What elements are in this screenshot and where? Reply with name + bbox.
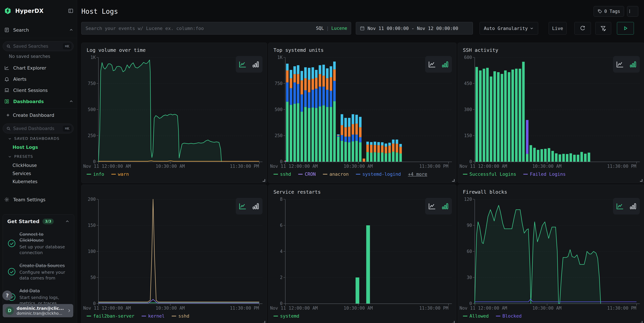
legend-more-link[interactable]: +4 more bbox=[408, 171, 427, 177]
card-resize-handle[interactable] bbox=[640, 179, 642, 182]
date-range-picker[interactable]: Nov 11 00:00:00 - Nov 12 00:00:00 bbox=[356, 22, 473, 35]
legend-item[interactable]: warn bbox=[111, 171, 129, 177]
chart-card-firewall-blocks: Firewall blocks1209060300Nov 11 12:00:00… bbox=[458, 185, 644, 323]
x-axis-tick bbox=[358, 162, 358, 164]
y-axis-tick bbox=[284, 57, 285, 58]
x-axis-tick bbox=[547, 303, 547, 305]
sidebar-item-host-logs[interactable]: Host Logs bbox=[12, 145, 38, 150]
bar-chart-mode-icon[interactable] bbox=[441, 60, 450, 69]
sidebar-item-services[interactable]: Services bbox=[12, 171, 31, 176]
bar-chart-mode-icon[interactable] bbox=[628, 202, 638, 211]
legend-item[interactable]: sshd bbox=[172, 313, 189, 318]
x-axis-tick bbox=[547, 162, 547, 164]
filter-button[interactable] bbox=[595, 22, 611, 35]
legend-item[interactable]: Successful Logins bbox=[463, 171, 516, 177]
legend-marker bbox=[142, 316, 146, 316]
line-chart-mode-icon[interactable] bbox=[616, 60, 624, 69]
bell-icon bbox=[4, 76, 10, 82]
x-axis-tick bbox=[636, 303, 637, 305]
x-axis-tick bbox=[475, 162, 475, 164]
event-search-input[interactable]: Search your events w/ Lucene ex. column:… bbox=[81, 22, 351, 35]
line-chart-mode-icon[interactable] bbox=[428, 202, 436, 211]
legend-item[interactable]: kernel bbox=[142, 313, 165, 318]
y-axis-tick bbox=[284, 109, 285, 110]
sidebar-item-client-sessions[interactable]: Client Sessions bbox=[4, 85, 74, 95]
sidebar-item-search[interactable]: Search bbox=[4, 25, 74, 35]
sidebar-item-clickhouse[interactable]: ClickHouse bbox=[12, 163, 37, 168]
x-axis-tick-label: Nov 11 12:00:00 AM bbox=[270, 305, 318, 311]
dots-vertical-icon bbox=[627, 9, 632, 14]
y-axis-tick bbox=[284, 135, 285, 136]
legend-item[interactable]: systemd-logind bbox=[356, 171, 401, 177]
y-axis-tick-label: 8 bbox=[268, 197, 282, 202]
divider bbox=[0, 108, 77, 109]
tags-button[interactable]: 0 Tags bbox=[594, 6, 624, 17]
line-chart-mode-icon[interactable] bbox=[616, 202, 624, 211]
card-resize-handle[interactable] bbox=[452, 179, 454, 182]
run-query-button[interactable] bbox=[617, 22, 634, 35]
line-chart-mode-icon[interactable] bbox=[238, 60, 247, 69]
section-presets[interactable]: PRESETS bbox=[8, 154, 33, 159]
chevron-up-icon[interactable] bbox=[65, 219, 70, 224]
tag-icon bbox=[598, 9, 602, 14]
sidebar-item-team-settings[interactable]: Team Settings bbox=[4, 195, 74, 204]
sidebar-item-alerts[interactable]: Alerts bbox=[4, 74, 74, 84]
help-button[interactable]: ? bbox=[2, 290, 12, 300]
line-chart-mode-icon[interactable] bbox=[428, 60, 436, 69]
chart-title: Top systemd units bbox=[274, 47, 324, 53]
bar-chart-mode-icon[interactable] bbox=[251, 202, 260, 211]
sidebar-item-dashboards[interactable]: Dashboards bbox=[4, 97, 74, 106]
legend-item[interactable]: Failed Logins bbox=[523, 171, 566, 177]
x-axis-line bbox=[98, 303, 262, 304]
card-resize-handle[interactable] bbox=[263, 321, 265, 323]
x-axis-tick-label: 10:30:00 AM bbox=[344, 305, 373, 311]
x-axis-tick-label: 10:30:00 AM bbox=[532, 305, 562, 311]
x-axis-tick-label: 11:30:00 PM bbox=[607, 305, 636, 311]
bar-chart-mode-icon[interactable] bbox=[628, 60, 638, 69]
y-axis-tick bbox=[473, 225, 474, 225]
saved-dashboards-input[interactable]: Saved Dashboards ⌘K bbox=[3, 124, 74, 133]
more-options-button[interactable] bbox=[627, 6, 638, 17]
sidebar-collapse-icon[interactable] bbox=[68, 8, 74, 14]
user-menu[interactable]: D dominic.tran@clic... dominic.tran@clic… bbox=[3, 304, 73, 317]
bar-chart-mode-icon[interactable] bbox=[251, 60, 260, 69]
refresh-button[interactable] bbox=[574, 22, 591, 35]
legend-item[interactable]: Blocked bbox=[496, 313, 522, 318]
chevron-up-icon[interactable] bbox=[69, 28, 74, 32]
legend-item[interactable]: fail2ban-server bbox=[86, 313, 134, 318]
get-started-item[interactable]: Add Data Start sending logs, metrics, or… bbox=[7, 288, 70, 306]
legend-marker bbox=[172, 316, 176, 316]
legend-item[interactable]: anacron bbox=[323, 171, 349, 177]
sql-toggle[interactable]: SQL bbox=[316, 26, 324, 31]
legend-item[interactable]: sshd bbox=[274, 171, 291, 177]
y-axis-tick bbox=[284, 225, 285, 225]
get-started-item[interactable]: Connect to ClickHouse Set up your databa… bbox=[7, 231, 70, 256]
y-axis-tick bbox=[473, 199, 474, 199]
get-started-item[interactable]: Create Data Sources Configure where your… bbox=[7, 263, 70, 281]
y-axis-tick bbox=[284, 83, 285, 84]
card-resize-handle[interactable] bbox=[263, 179, 265, 182]
saved-searches-input[interactable]: Saved Searches ⌘K bbox=[3, 41, 74, 51]
y-axis-tick bbox=[96, 109, 98, 110]
x-axis-tick-label: 10:30:00 AM bbox=[156, 164, 185, 169]
legend-item[interactable]: Allowed bbox=[463, 313, 489, 318]
chevron-down-icon bbox=[8, 155, 12, 159]
line-chart-mode-icon[interactable] bbox=[238, 202, 247, 211]
bar-chart-mode-icon[interactable] bbox=[441, 202, 450, 211]
sidebar-item-chart-explorer[interactable]: Chart Explorer bbox=[4, 63, 74, 73]
y-axis-tick bbox=[284, 199, 285, 199]
card-resize-handle[interactable] bbox=[452, 321, 454, 323]
section-saved-dashboards[interactable]: SAVED DASHBOARDS bbox=[8, 136, 60, 141]
card-resize-handle[interactable] bbox=[640, 321, 642, 323]
granularity-select[interactable]: Auto Granularity bbox=[480, 22, 538, 35]
chevron-up-icon[interactable] bbox=[69, 99, 74, 104]
chart-explorer-icon bbox=[4, 65, 10, 71]
sidebar-item-kubernetes[interactable]: Kubernetes bbox=[12, 179, 38, 184]
create-dashboard-button[interactable]: Create Dashboard bbox=[6, 110, 74, 120]
live-button[interactable]: Live bbox=[548, 22, 566, 35]
lucene-toggle[interactable]: Lucene bbox=[331, 26, 347, 31]
legend-item[interactable]: CRON bbox=[298, 171, 316, 177]
x-axis-tick-label: Nov 11 12:00:00 AM bbox=[270, 164, 318, 169]
legend-item[interactable]: systemd bbox=[274, 313, 299, 318]
legend-item[interactable]: info bbox=[86, 171, 104, 177]
